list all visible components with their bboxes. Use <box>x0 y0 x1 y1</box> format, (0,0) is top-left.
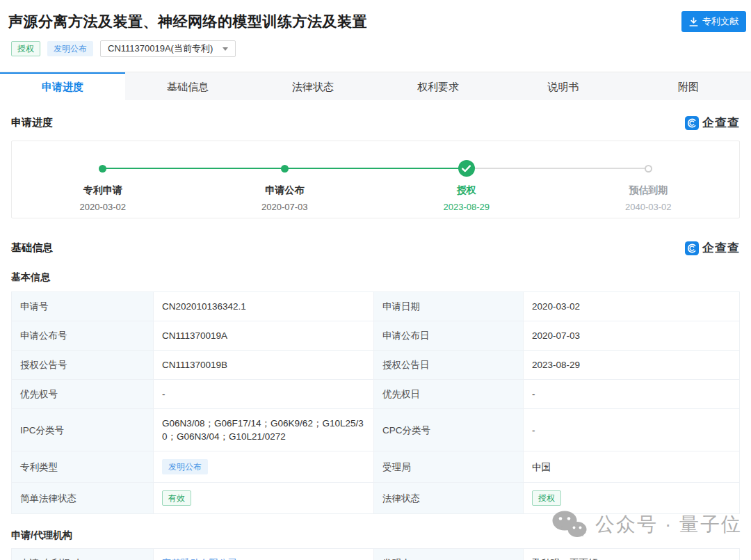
granted-status-badge: 授权 <box>532 490 561 506</box>
timeline-dot-filing <box>99 165 106 173</box>
table-row: 优先权号 - 优先权日 - <box>12 380 740 409</box>
page-header: 声源分离方法及装置、神经网络的模型训练方法及装置 专利文献 授权 发明公布 CN… <box>0 0 751 72</box>
field-label: 法律状态 <box>374 483 524 514</box>
field-value: 发明公布 <box>154 451 374 483</box>
patent-type-badge: 发明公布 <box>47 41 93 56</box>
progress-section-title: 申请进度 <box>11 116 53 129</box>
tab-claims[interactable]: 权利要求 <box>376 72 501 100</box>
table-row: 授权公告号 CN111370019B 授权公告日 2023-08-29 <box>12 351 740 380</box>
timeline-step-expiry: 预估到期 2040-03-02 <box>558 177 740 212</box>
timeline-dot-publication <box>281 165 289 173</box>
field-label: 授权公告号 <box>12 351 154 380</box>
field-label: CPC分类号 <box>374 409 524 451</box>
field-label: 申请公布日 <box>374 321 524 351</box>
basic-info-section-header: 基础信息 企查查 <box>11 240 740 256</box>
field-value: 孔秋强，王雨轩 <box>524 549 740 560</box>
table-row: 专利类型 发明公布 受理局 中国 <box>12 451 740 483</box>
agency-subsection-title: 申请/代理机构 <box>11 529 740 542</box>
field-value: 有效 <box>154 483 374 514</box>
status-badge: 授权 <box>11 41 40 56</box>
timeline-step-label: 预估到期 <box>558 184 740 197</box>
field-label: 申请(专利权)人 <box>12 549 154 560</box>
qichacha-logo-text: 企查查 <box>702 240 740 256</box>
field-label: 发明人 <box>374 549 524 560</box>
tab-legal-status[interactable]: 法律状态 <box>250 72 376 100</box>
timeline-step-publication: 申请公布 2020-07-03 <box>194 177 376 212</box>
basic-info-section-title: 基础信息 <box>11 241 53 255</box>
chevron-down-icon <box>223 47 228 51</box>
field-value: - <box>524 409 740 451</box>
table-row: 申请(专利权)人 字节跳动有限公司 发明人 孔秋强，王雨轩 <box>12 549 740 560</box>
field-value: - <box>524 380 740 409</box>
table-row: 申请公布号 CN111370019A 申请公布日 2020-07-03 <box>12 321 740 351</box>
tab-bar: 申请进度 基础信息 法律状态 权利要求 说明书 附图 <box>0 72 751 100</box>
download-icon <box>689 17 698 26</box>
patent-document-button[interactable]: 专利文献 <box>681 11 746 32</box>
field-label: IPC分类号 <box>12 409 154 451</box>
qichacha-logo-icon <box>685 116 699 130</box>
valid-status-badge: 有效 <box>162 490 191 506</box>
patent-number-dropdown-value: CN111370019A(当前专利) <box>108 42 213 55</box>
progress-section-header: 申请进度 企查查 <box>11 115 740 131</box>
timeline-step-date: 2040-03-02 <box>558 202 740 212</box>
patent-document-button-label: 专利文献 <box>702 15 738 28</box>
timeline-step-label: 申请公布 <box>194 184 376 197</box>
timeline-step-granted: 授权 2023-08-29 <box>376 177 558 212</box>
patent-number-dropdown[interactable]: CN111370019A(当前专利) <box>100 40 236 57</box>
qichacha-logo: 企查查 <box>685 115 740 131</box>
table-row: 申请号 CN202010136342.1 申请日期 2020-03-02 <box>12 292 740 321</box>
agency-table: 申请(专利权)人 字节跳动有限公司 发明人 孔秋强，王雨轩 <box>11 548 740 560</box>
tab-application-progress[interactable]: 申请进度 <box>0 72 125 100</box>
table-row: 简单法律状态 有效 法律状态 授权 <box>12 483 740 514</box>
main-content: 申请进度 企查查 <box>0 115 751 560</box>
progress-timeline-card: 专利申请 2020-03-02 申请公布 2020-07-03 授权 2023-… <box>11 141 740 218</box>
field-value: CN111370019B <box>154 351 374 380</box>
field-label: 受理局 <box>374 451 524 483</box>
field-value: G06N3/08；G06F17/14；G06K9/62；G10L25/30；G0… <box>154 409 374 451</box>
timeline-step-label: 专利申请 <box>12 184 194 197</box>
timeline-circle-expiry <box>645 165 652 173</box>
field-value: CN111370019A <box>154 321 374 351</box>
tab-figures[interactable]: 附图 <box>626 72 751 100</box>
field-value: 2020-07-03 <box>524 321 740 351</box>
field-value: 授权 <box>524 483 740 514</box>
patent-type-badge: 发明公布 <box>162 459 208 474</box>
field-label: 优先权日 <box>374 380 524 409</box>
timeline-step-date: 2020-07-03 <box>194 202 376 212</box>
field-value: CN202010136342.1 <box>154 292 374 321</box>
qichacha-logo: 企查查 <box>685 240 740 256</box>
field-label: 申请公布号 <box>12 321 154 351</box>
field-label: 授权公告日 <box>374 351 524 380</box>
field-value: 字节跳动有限公司 <box>154 549 374 560</box>
basic-info-table: 申请号 CN202010136342.1 申请日期 2020-03-02 申请公… <box>11 291 740 514</box>
timeline-step-filing: 专利申请 2020-03-02 <box>12 177 194 212</box>
basic-info-subsection-title: 基本信息 <box>11 271 740 284</box>
field-value: 2020-03-02 <box>524 292 740 321</box>
field-label: 简单法律状态 <box>12 483 154 514</box>
tag-row: 授权 发明公布 CN111370019A(当前专利) <box>11 40 743 57</box>
table-row: IPC分类号 G06N3/08；G06F17/14；G06K9/62；G10L2… <box>12 409 740 451</box>
qichacha-logo-icon <box>685 241 699 255</box>
timeline-step-date: 2023-08-29 <box>376 202 558 212</box>
timeline-step-label: 授权 <box>376 184 558 197</box>
field-label: 优先权号 <box>12 380 154 409</box>
field-value: - <box>154 380 374 409</box>
field-label: 申请号 <box>12 292 154 321</box>
field-value: 2023-08-29 <box>524 351 740 380</box>
tab-basic-info[interactable]: 基础信息 <box>125 72 250 100</box>
timeline-step-date: 2020-03-02 <box>12 202 194 212</box>
timeline-labels: 专利申请 2020-03-02 申请公布 2020-07-03 授权 2023-… <box>12 177 739 212</box>
field-label: 专利类型 <box>12 451 154 483</box>
timeline-track <box>12 160 739 177</box>
timeline-check-icon <box>458 160 475 177</box>
field-label: 申请日期 <box>374 292 524 321</box>
page-title: 声源分离方法及装置、神经网络的模型训练方法及装置 <box>8 12 743 31</box>
field-value: 中国 <box>524 451 740 483</box>
qichacha-logo-text: 企查查 <box>702 115 740 131</box>
tab-description[interactable]: 说明书 <box>501 72 626 100</box>
